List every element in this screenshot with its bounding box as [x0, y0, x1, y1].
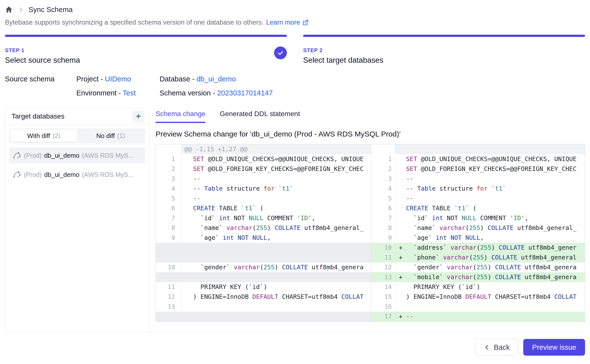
- home-icon[interactable]: [5, 6, 13, 14]
- code-line: SET @OLD_FOREIGN_KEY_CHECKS=@@FOREIGN_KE…: [406, 164, 585, 174]
- code-line: SET @OLD_UNIQUE_CHECKS=@@UNIQUE_CHECKS, …: [181, 154, 371, 164]
- diff-code-row: 4-- Table structure for `t1`: [156, 184, 371, 194]
- diff-filler-row: [156, 243, 371, 253]
- preview-tabs: Schema change Generated DDL statement: [156, 108, 585, 123]
- diff-code-row: 1SET @OLD_UNIQUE_CHECKS=@@UNIQUE_CHECKS,…: [371, 154, 585, 164]
- db-instance: (AWS RDS MyS...: [82, 171, 133, 179]
- code-line: [181, 302, 371, 312]
- page-title: Sync Schema: [29, 6, 73, 14]
- code-line: --: [406, 194, 585, 203]
- target-database-list: (Prod)db_ui_demo(AWS RDS MyS...(Prod)db_…: [9, 148, 145, 182]
- diff-added-row: 10+ `address` varchar(255) COLLATE utf8m…: [371, 243, 585, 253]
- line-number: 3: [371, 174, 395, 184]
- line-number: 2: [156, 164, 181, 174]
- code-line: ) ENGINE=InnoDB DEFAULT CHARSET=utf8mb4 …: [406, 292, 585, 302]
- line-number: 6: [371, 203, 395, 213]
- tab-with-diff[interactable]: With diff (2): [10, 130, 77, 142]
- code-line: ) ENGINE=InnoDB DEFAULT CHARSET=utf8mb4 …: [181, 292, 371, 302]
- add-marker: [395, 164, 406, 174]
- add-marker: +: [395, 253, 406, 262]
- line-number: 11: [371, 253, 395, 262]
- environment-link[interactable]: Test: [123, 89, 136, 97]
- db-environment: (Prod): [24, 171, 42, 179]
- diff-code-row: 8 `name` varchar(255) COLLATE utf8mb4_ge…: [156, 223, 371, 233]
- code-line: --: [406, 312, 585, 321]
- diff-filter-tabs: With diff (2) No diff (1): [9, 128, 145, 143]
- code-line: `gender` varchar(255) COLLATE utf8mb4_ge…: [181, 262, 371, 272]
- description-text: Bytebase supports synchronizing a specif…: [5, 19, 264, 26]
- step-1-title: Select source schema: [5, 56, 287, 65]
- database-link[interactable]: db_ui_demo: [197, 75, 236, 83]
- target-database-item[interactable]: (Prod)db_ui_demo(AWS RDS MyS...: [9, 148, 145, 163]
- line-number: 4: [156, 184, 181, 194]
- tab-schema-change[interactable]: Schema change: [156, 110, 205, 123]
- code-line: `name` varchar(255) COLLATE utf8mb4_gene…: [406, 223, 585, 233]
- diff-hunk-row: @@ -1,15 +1,27 @@: [156, 144, 371, 154]
- line-number: 11: [156, 282, 181, 292]
- target-database-item[interactable]: (Prod)db_ui_demo(AWS RDS MyS...: [9, 167, 145, 182]
- line-number: 13: [156, 302, 181, 312]
- diff-code-row: 14 PRIMARY KEY (`id`): [371, 282, 585, 292]
- add-target-database-button[interactable]: +: [132, 110, 144, 122]
- line-number: 7: [156, 213, 181, 223]
- line-number: 8: [156, 223, 181, 233]
- line-number: 7: [371, 213, 395, 223]
- tab-no-diff[interactable]: No diff (1): [77, 130, 144, 142]
- line-number: 17: [371, 312, 395, 321]
- diff-pane-source[interactable]: @@ -1,15 +1,27 @@1SET @OLD_UNIQUE_CHECKS…: [156, 144, 371, 321]
- line-number: 16: [371, 302, 395, 312]
- code-line: CREATE TABLE `t1` (: [181, 203, 371, 213]
- add-marker: [395, 262, 406, 272]
- diff-filler-row: [156, 272, 371, 282]
- diff-pane-target[interactable]: 1SET @OLD_UNIQUE_CHECKS=@@UNIQUE_CHECKS,…: [371, 144, 585, 321]
- project-link[interactable]: UIDemo: [105, 75, 131, 83]
- back-button[interactable]: Back: [475, 339, 518, 356]
- diff-code-row: 6CREATE TABLE `t1` (: [371, 203, 585, 213]
- page-description: Bytebase supports synchronizing a specif…: [5, 19, 585, 26]
- diff-code-row: 3--: [371, 174, 585, 184]
- step-1-label: STEP 1: [5, 47, 287, 54]
- line-number: 1: [156, 154, 181, 164]
- schema-change-section: Schema change Generated DDL statement Pr…: [156, 108, 585, 322]
- diff-code-row: 7 `id` int NOT NULL COMMENT 'ID',: [371, 213, 585, 223]
- diff-code-row: 12) ENGINE=InnoDB DEFAULT CHARSET=utf8mb…: [156, 292, 371, 302]
- check-icon: [277, 49, 284, 56]
- footer-actions: Back Preview issue: [5, 332, 585, 363]
- db-environment: (Prod): [24, 152, 42, 159]
- diff-code-row: 7 `id` int NOT NULL COMMENT 'ID',: [156, 213, 371, 223]
- learn-more-link[interactable]: Learn more: [266, 19, 309, 26]
- step-2-progress-bar: [303, 35, 585, 37]
- code-line: `id` int NOT NULL COMMENT 'ID',: [181, 213, 371, 223]
- code-line: `mobile` varchar(255) COLLATE utf8mb4_ge…: [406, 272, 585, 282]
- preview-title: Preview Schema change for 'db_ui_demo (P…: [156, 130, 585, 138]
- add-marker: +: [395, 272, 406, 282]
- line-number: 10: [156, 262, 181, 272]
- breadcrumb: Sync Schema: [5, 4, 585, 15]
- diff-code-row: 4-- Table structure for `t1`: [371, 184, 585, 194]
- source-schema-label: Source schema: [5, 75, 76, 97]
- diff-added-row: 11+ `phone` varchar(255) COLLATE utf8mb4…: [371, 253, 585, 262]
- line-number: 5: [156, 194, 181, 203]
- add-marker: [395, 233, 406, 243]
- diff-added-row: 17+--: [371, 312, 585, 321]
- step-2: STEP 2 Select target databases: [303, 35, 585, 65]
- add-marker: [395, 184, 406, 194]
- code-line: SET @OLD_UNIQUE_CHECKS=@@UNIQUE_CHECKS, …: [406, 154, 585, 164]
- code-line: `age` int NOT NULL,: [406, 233, 585, 243]
- code-line: [406, 302, 585, 312]
- line-number: 5: [371, 194, 395, 203]
- db-instance: (AWS RDS MyS...: [82, 152, 133, 159]
- diff-filler-row: [156, 312, 371, 321]
- tab-generated-ddl[interactable]: Generated DDL statement: [220, 110, 300, 123]
- chevron-left-icon: [484, 344, 490, 350]
- preview-issue-button[interactable]: Preview issue: [523, 339, 585, 356]
- diff-code-row: 12 `gender` varchar(255) COLLATE utf8mb4…: [371, 262, 585, 272]
- stepper: STEP 1 Select source schema STEP 2 Selec…: [5, 35, 585, 65]
- schema-version-field: Schema version - 20230317014147: [160, 89, 273, 97]
- diff-code-row: 9 `age` int NOT NULL,: [371, 233, 585, 243]
- schema-version-link[interactable]: 20230317014147: [217, 89, 273, 97]
- mysql-icon: [13, 170, 21, 179]
- code-line: -- Table structure for `t1`: [406, 184, 585, 194]
- add-marker: [395, 213, 406, 223]
- mysql-icon: [13, 151, 21, 160]
